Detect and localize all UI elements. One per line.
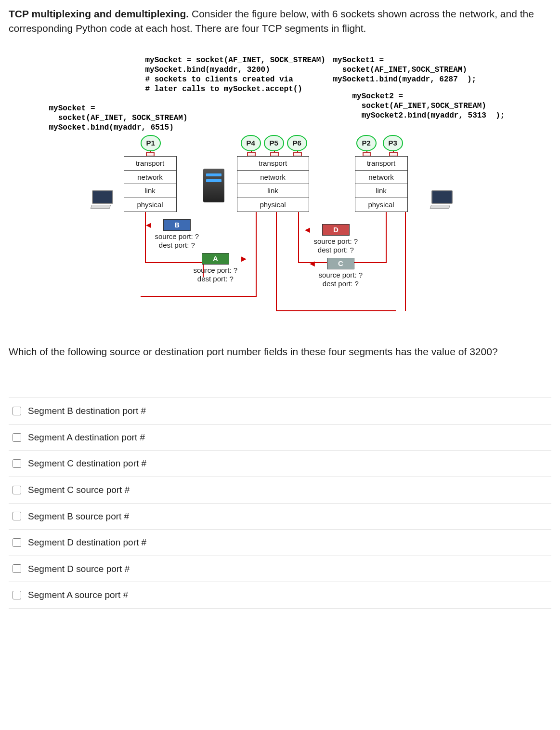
code-right-socket2: mySocket2 = socket(AF_INET,SOCK_STREAM) …: [352, 92, 505, 120]
segment-b-label: B: [163, 219, 191, 231]
process-p4: P4: [241, 135, 261, 151]
option-6-checkbox[interactable]: [13, 564, 21, 573]
network-diagram: mySocket = socket(AF_INET, SOCK_STREAM) …: [49, 55, 511, 325]
option-7-label: Segment A source port #: [28, 588, 128, 602]
code-center-server: mySocket = socket(AF_INET, SOCK_STREAM) …: [145, 55, 326, 94]
segment-b: ◄ B source port: ? dest port: ?: [155, 219, 199, 250]
segment-d: ◄ D source port: ? dest port: ?: [314, 224, 358, 254]
layer-link: link: [355, 184, 408, 198]
server-icon: [203, 169, 224, 202]
layer-physical: physical: [355, 198, 408, 212]
option-7-checkbox[interactable]: [13, 591, 21, 599]
arrow-left-icon: ◄: [303, 225, 312, 236]
option-0-checkbox[interactable]: [13, 407, 21, 415]
layer-physical: physical: [124, 198, 177, 212]
segment-c-src: source port: ?: [319, 271, 363, 279]
option-3-label: Segment C source port #: [28, 483, 130, 497]
layer-physical: physical: [237, 198, 309, 212]
intro-text: TCP multiplexing and demultiplexing. Con…: [9, 7, 551, 36]
option-4-label: Segment B source port #: [28, 510, 129, 523]
option-2-checkbox[interactable]: [13, 459, 21, 468]
process-p6: P6: [287, 135, 307, 151]
process-p5: P5: [264, 135, 284, 151]
layer-network: network: [355, 170, 408, 185]
option-6-label: Segment D source port #: [28, 562, 130, 576]
segment-a: A ► source port: ? dest port: ?: [194, 253, 238, 283]
intro-bold: TCP multiplexing and demultiplexing.: [9, 8, 189, 19]
option-7[interactable]: Segment A source port #: [9, 582, 551, 609]
arrow-left-icon: ◄: [308, 259, 317, 269]
process-p1: P1: [141, 135, 161, 151]
right-host-stack: transport network link physical: [355, 157, 408, 212]
option-5-checkbox[interactable]: [13, 538, 21, 547]
layer-network: network: [124, 170, 177, 185]
option-3[interactable]: Segment C source port #: [9, 477, 551, 504]
arrow-left-icon: ◄: [144, 220, 153, 231]
option-3-checkbox[interactable]: [13, 486, 21, 494]
segment-b-src: source port: ?: [155, 232, 199, 240]
option-4-checkbox[interactable]: [13, 512, 21, 520]
left-host-stack: transport network link physical: [124, 157, 177, 212]
arrow-right-icon: ►: [239, 254, 248, 265]
pc-left-icon: [90, 190, 115, 210]
segment-d-src: source port: ?: [314, 237, 358, 245]
layer-link: link: [124, 184, 177, 198]
option-2-label: Segment C destination port #: [28, 457, 146, 470]
layer-transport: transport: [355, 156, 408, 171]
code-right-socket1: mySocket1 = socket(AF_INET,SOCK_STREAM) …: [333, 55, 477, 84]
option-5[interactable]: Segment D destination port #: [9, 530, 551, 556]
option-0[interactable]: Segment B destination port #: [9, 398, 551, 425]
process-p2: P2: [356, 135, 377, 151]
server-stack: transport network link physical: [237, 157, 309, 212]
segment-a-dst: dest port: ?: [197, 275, 234, 283]
pc-right-icon: [430, 190, 455, 210]
option-1-label: Segment A destination port #: [28, 431, 145, 444]
segment-a-label: A: [202, 253, 229, 265]
segment-c-label: C: [327, 258, 354, 269]
option-1-checkbox[interactable]: [13, 433, 21, 442]
option-0-label: Segment B destination port #: [28, 404, 146, 418]
option-2[interactable]: Segment C destination port #: [9, 451, 551, 477]
question-text: Which of the following source or destina…: [9, 345, 551, 359]
answer-options: Segment B destination port # Segment A d…: [9, 398, 551, 608]
segment-a-src: source port: ?: [194, 266, 238, 274]
segment-d-label: D: [322, 224, 350, 236]
option-5-label: Segment D destination port #: [28, 536, 146, 549]
option-1[interactable]: Segment A destination port #: [9, 425, 551, 451]
layer-network: network: [237, 170, 309, 185]
layer-transport: transport: [237, 156, 309, 171]
segment-c: C ◄ source port: ? dest port: ?: [319, 258, 363, 288]
segment-b-dst: dest port: ?: [159, 241, 195, 249]
layer-link: link: [237, 184, 309, 198]
process-p3: P3: [383, 135, 403, 151]
segment-d-dst: dest port: ?: [318, 246, 354, 254]
option-4[interactable]: Segment B source port #: [9, 504, 551, 530]
option-6[interactable]: Segment D source port #: [9, 556, 551, 583]
code-left-host: mySocket = socket(AF_INET, SOCK_STREAM) …: [49, 104, 188, 133]
layer-transport: transport: [124, 156, 177, 171]
segment-c-dst: dest port: ?: [323, 279, 359, 288]
